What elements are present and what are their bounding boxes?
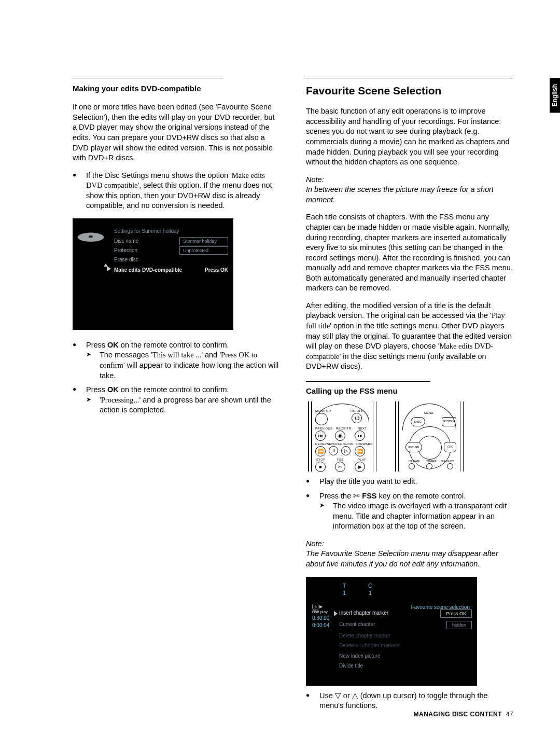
osd-term: Processing... — [101, 396, 139, 404]
text: key on the remote control. — [377, 492, 466, 500]
osd-value: Press OK — [205, 267, 228, 274]
label-timer: TIMER — [426, 459, 437, 463]
right-column: Favourite Scene Selection The basic func… — [306, 78, 513, 718]
text: Press — [86, 341, 107, 349]
bullet-item: Use ▽ or △ (down up cursor) to toggle th… — [306, 691, 513, 711]
osd-status: ◎ ▶ RW play 0:30:00 0:00:04 — [312, 604, 329, 629]
label-next: NEXT — [358, 426, 367, 431]
page-footer: MANAGING DISC CONTENT 47 — [413, 711, 513, 718]
small-button-icon — [426, 463, 432, 469]
osd-label: Current chapter — [339, 621, 375, 629]
label-stop: STOP — [316, 457, 325, 462]
bullet-list: If the Disc Settings menu shows the opti… — [73, 171, 280, 211]
osd-label: Divide title — [339, 662, 363, 670]
heading-fss: Favourite Scene Selection — [306, 84, 513, 98]
osd-label: Erase disc — [114, 256, 138, 263]
label-menu: MENU — [424, 411, 433, 415]
label-previous: PREVIOUS — [315, 426, 332, 431]
label-recotr: REC/OTR — [336, 426, 351, 431]
disc-icon — [75, 232, 106, 242]
note: Note: In between the scenes the picture … — [306, 175, 513, 205]
label-clear: CLEAR — [409, 459, 420, 463]
heading-make-compatible: Making your edits DVD-compatible — [73, 84, 280, 94]
osd-row-selected: Make edits DVD-compatiblePress OK — [114, 266, 228, 274]
osd-t-value: 1 — [343, 590, 346, 596]
note-text: The Favourite Scene Selection menu may d… — [306, 549, 498, 568]
slow-button-icon: ▷ — [341, 446, 351, 455]
label-forward: FORWARD — [356, 442, 373, 446]
text: Press — [86, 385, 107, 394]
heading-calling-fss: Calling up the FSS menu — [306, 386, 513, 396]
rule — [306, 78, 513, 78]
label-reverse: REVERSE — [315, 442, 331, 446]
note-label: Note: — [306, 539, 324, 548]
osd-label: Disc name — [114, 238, 138, 245]
scissors-icon: ✄ — [353, 492, 360, 500]
osd-fss-menu: Favourite scene selection Insert chapter… — [339, 608, 472, 671]
text: The messages ' — [100, 351, 152, 359]
text: ' and ' — [201, 351, 221, 359]
osd-row: Delete all chapter markers — [339, 641, 472, 651]
rule — [306, 381, 430, 382]
label-slow: SLOW — [343, 442, 353, 446]
bullet-list: Play the title you want to edit. Press t… — [306, 477, 513, 532]
label-play: PLAY — [358, 457, 366, 462]
paragraph: The basic function of any edit operation… — [306, 106, 513, 167]
remote-diagrams: MONITOR ON/OFF ⏻ PREVIOUS REC/OTR NEXT ⏮… — [306, 401, 513, 471]
osd-row: New index picture — [339, 651, 472, 661]
label-monitor: MONITOR — [315, 409, 331, 413]
text: If the Disc Settings menu shows the opti… — [86, 171, 232, 179]
bullet-list: Press OK on the remote control to confir… — [73, 340, 280, 415]
next-button-icon: ⏭ — [355, 431, 365, 441]
bullet-item: Press OK on the remote control to confir… — [73, 385, 280, 415]
osd-label: Make edits DVD-compatible — [114, 267, 182, 274]
monitor-button-icon — [315, 413, 328, 425]
disc-button-icon: DISC — [411, 417, 425, 426]
play-button-icon: ▶ — [355, 462, 365, 472]
text: Press the — [319, 492, 353, 500]
osd-label: Delete chapter marker — [339, 632, 390, 640]
osd-row: Disc nameSummer holiday — [114, 237, 228, 245]
language-tab: English — [550, 78, 560, 113]
osd-header: Favourite scene selection — [411, 604, 470, 611]
osd-c-value: 1 — [369, 590, 372, 596]
bullet-item: If the Disc Settings menu shows the opti… — [73, 171, 280, 211]
text: on the remote control to confirm. — [119, 341, 229, 349]
osd-value: Unprotected — [179, 246, 228, 255]
osd-c-label: C — [368, 582, 372, 589]
osd-label: New index picture — [339, 653, 380, 660]
paragraph: Each title consists of chapters. With th… — [306, 212, 513, 294]
remote-right: MENU DISC SYSTEM RETURN OK CLEAR TIMER S… — [393, 401, 466, 471]
key-ok: OK — [107, 341, 119, 349]
small-button-icon — [447, 463, 453, 469]
rec-button-icon: ◉ — [335, 431, 345, 441]
osd-elapsed-time: 0:00:04 — [312, 622, 329, 628]
rule — [73, 78, 222, 78]
bullet-list: Use ▽ or △ (down up cursor) to toggle th… — [306, 691, 513, 711]
prev-button-icon: ⏮ — [315, 431, 326, 441]
note-label: Note: — [306, 175, 324, 184]
osd-value: Summer holiday — [179, 237, 228, 245]
page: Making your edits DVD-compatible If one … — [0, 0, 560, 749]
page-number: 47 — [506, 711, 513, 718]
sub-item: 'Processing...' and a progress bar are s… — [86, 395, 280, 415]
osd-label: Protection — [114, 247, 137, 254]
arrow-right-icon — [334, 611, 338, 616]
osd-label: Insert chapter marker — [339, 609, 388, 618]
note-text: In between the scenes the picture may fr… — [306, 185, 494, 204]
osd-title: Settings for Summer holiday — [114, 228, 179, 235]
note: Note: The Favourite Scene Selection menu… — [306, 539, 513, 570]
osd-t-label: T — [343, 582, 346, 589]
text: on the remote control to confirm. — [119, 385, 229, 394]
arrow-right-icon — [107, 266, 111, 271]
osd-total-time: 0:30:00 — [312, 615, 329, 621]
osd-label: Delete all chapter markers — [339, 642, 400, 649]
osd-play: play — [320, 609, 328, 614]
footer-label: MANAGING DISC CONTENT — [413, 711, 502, 718]
osd-term: This will take ... — [152, 351, 201, 359]
text: ' will appear to indicate how long the a… — [100, 361, 278, 380]
osd-value: hidden — [446, 621, 472, 629]
left-column: Making your edits DVD-compatible If one … — [73, 78, 280, 718]
power-button-icon: ⏻ — [352, 413, 362, 423]
paragraph: If one or more titles have been edited (… — [73, 102, 280, 163]
